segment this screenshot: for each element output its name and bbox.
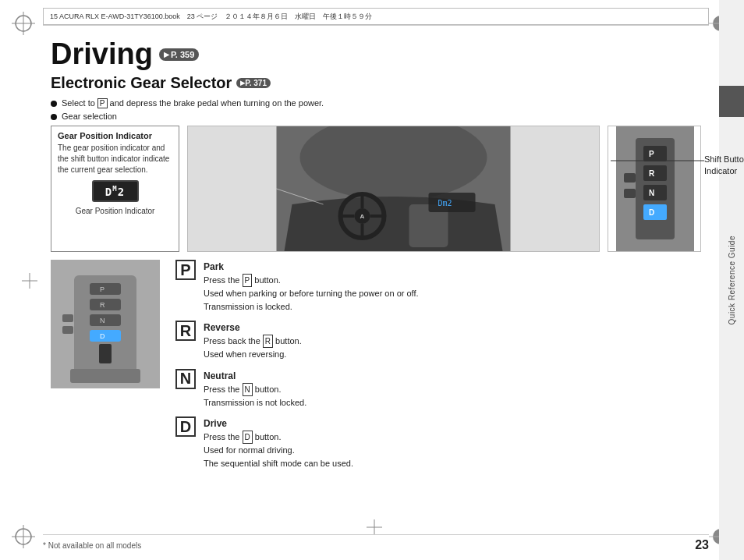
section-ref-text: P. 371	[245, 79, 267, 87]
gear-desc-drive-2: Used for normal driving.	[204, 444, 353, 457]
gear-item-neutral: N Neutral Press the N button. Transmissi…	[175, 369, 701, 409]
gear-desc-neutral-2: Transmission is not locked.	[204, 396, 306, 409]
svg-rect-33	[643, 165, 667, 181]
bottom-separator	[43, 534, 709, 535]
bullet-dot-1	[51, 101, 57, 107]
gear-desc-park-1: Press the P button.	[204, 274, 419, 287]
shift-button-svg: P R N D	[608, 126, 702, 251]
shift-button-label-text: Shift Button Indicator	[704, 154, 744, 175]
gear-display-text: DM2	[105, 185, 125, 198]
gear-desc-drive-1: Press the D button.	[204, 431, 353, 444]
page-number: 23	[695, 538, 709, 552]
arrow-icon: ▶	[164, 51, 169, 58]
key-P: P	[97, 98, 108, 108]
svg-text:P: P	[649, 150, 654, 158]
svg-rect-37	[643, 204, 667, 220]
svg-rect-31	[643, 146, 667, 161]
key-D-drive: D	[243, 431, 253, 444]
gear-desc-reverse-2: Used when reversing.	[204, 348, 302, 361]
svg-rect-40	[624, 189, 636, 198]
top-bar-text: 15 ACURA RLX E-AWD-31TY36100.book 23 ページ…	[50, 12, 372, 22]
gear-indicator-display: DM2	[92, 180, 139, 202]
crosshair-left	[22, 273, 37, 292]
shift-button-box: P R N D Shift Button Indicator	[608, 126, 701, 252]
svg-rect-54	[70, 369, 140, 383]
svg-text:R: R	[100, 301, 105, 309]
footer-note: * Not available on all models	[43, 541, 141, 550]
section-ref: ▶ P. 371	[236, 78, 271, 88]
page-title-ref: ▶ P. 359	[159, 48, 199, 61]
page-title-row: Driving ▶ P. 359	[51, 37, 701, 71]
svg-text:N: N	[100, 317, 105, 324]
top-bar: 15 ACURA RLX E-AWD-31TY36100.book 23 ページ…	[43, 8, 709, 25]
gear-callout-desc: The gear position indicator and the shif…	[58, 143, 172, 175]
sidebar-dark-block	[719, 86, 744, 117]
gear-selector-physical-svg: P R N D	[51, 260, 160, 388]
bullet-2-text: Gear selection	[62, 112, 117, 121]
svg-rect-53	[62, 326, 73, 334]
gear-title-drive: Drive	[204, 416, 353, 431]
bullet-dot-2	[51, 114, 57, 120]
svg-text:Dm2: Dm2	[438, 199, 452, 207]
gear-desc-neutral-1: Press the N button.	[204, 383, 306, 396]
gear-desc-park-2: Used when parking or before turning the …	[204, 287, 419, 300]
key-R-reverse: R	[263, 335, 273, 348]
gear-text-park: Park Press the P button. Used when parki…	[204, 260, 419, 313]
svg-text:N: N	[649, 189, 654, 197]
gear-desc-reverse-1: Press back the R button.	[204, 335, 302, 348]
car-interior-svg: A Dm2	[188, 126, 599, 251]
svg-rect-46	[90, 299, 121, 310]
svg-text:P: P	[100, 285, 105, 293]
bullet-item-2: Gear selection	[51, 112, 701, 121]
gear-letter-D: D	[175, 416, 196, 437]
section-title-text: Electronic Gear Selector	[51, 74, 232, 92]
bottom-section: P R N D P Park	[51, 260, 701, 477]
shift-button-label: Shift Button Indicator	[704, 154, 744, 178]
svg-rect-44	[90, 283, 121, 295]
gear-text-neutral: Neutral Press the N button. Transmission…	[204, 369, 306, 409]
gear-letter-R: R	[175, 321, 196, 341]
svg-text:A: A	[360, 213, 365, 220]
gear-desc-drive-3: The sequential shift mode can be used.	[204, 457, 353, 470]
svg-rect-35	[643, 185, 667, 200]
svg-rect-52	[62, 314, 73, 322]
gear-descriptions: P Park Press the P button. Used when par…	[175, 260, 701, 477]
gear-selector-image: P R N D	[51, 260, 160, 477]
gear-title-park: Park	[204, 260, 419, 274]
gear-text-reverse: Reverse Press back the R button. Used wh…	[204, 321, 302, 361]
gear-indicator-label: Gear Position Indicator	[58, 207, 172, 215]
svg-rect-39	[624, 173, 636, 183]
gear-text-drive: Drive Press the D button. Used for norma…	[204, 416, 353, 470]
sidebar-label: Quick Reference Guide	[728, 236, 736, 324]
corner-decoration-tl	[8, 8, 39, 39]
bullet-item-1: Select to P and depress the brake pedal …	[51, 98, 701, 108]
svg-rect-48	[90, 314, 121, 326]
key-P-park: P	[243, 274, 253, 287]
gear-item-reverse: R Reverse Press back the R button. Used …	[175, 321, 701, 361]
svg-text:D: D	[649, 208, 654, 217]
bullet-1-text: Select to P and depress the brake pedal …	[62, 98, 324, 108]
section-title-row: Electronic Gear Selector ▶ P. 371	[51, 74, 701, 92]
gear-callout-box: Gear Position Indicator The gear positio…	[51, 126, 179, 252]
svg-rect-50	[90, 330, 121, 342]
corner-decoration-bl	[8, 521, 39, 552]
svg-text:R: R	[649, 169, 655, 178]
gear-letter-N: N	[175, 369, 196, 389]
main-content: Driving ▶ P. 359 Electronic Gear Selecto…	[43, 31, 709, 529]
car-interior-image: A Dm2	[187, 126, 600, 252]
key-N-neutral: N	[243, 383, 253, 396]
svg-text:D: D	[100, 332, 105, 340]
svg-rect-55	[99, 344, 112, 363]
top-separator	[43, 25, 709, 26]
page-title-ref-text: P. 359	[171, 50, 194, 59]
diagram-area: Gear Position Indicator The gear positio…	[51, 126, 701, 252]
gear-item-drive: D Drive Press the D button. Used for nor…	[175, 416, 701, 470]
gear-title-neutral: Neutral	[204, 369, 306, 383]
gear-item-park: P Park Press the P button. Used when par…	[175, 260, 701, 313]
gear-letter-P: P	[175, 260, 196, 280]
bottom-bar: * Not available on all models 23	[43, 538, 709, 552]
gear-title-reverse: Reverse	[204, 321, 302, 335]
page-title-text: Driving	[51, 37, 153, 71]
gear-desc-park-3: Transmission is locked.	[204, 300, 419, 314]
right-sidebar: Quick Reference Guide	[719, 0, 744, 560]
